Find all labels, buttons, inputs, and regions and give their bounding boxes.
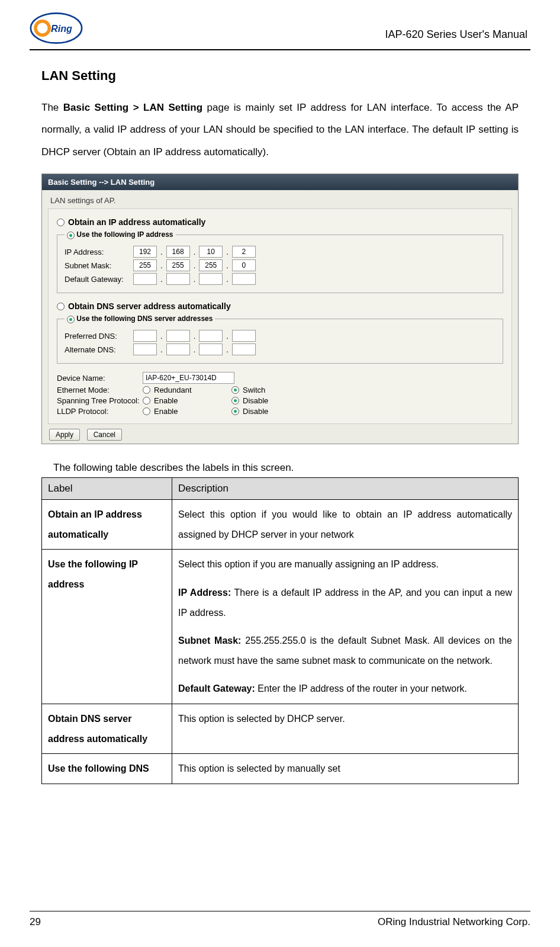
- page-footer: 29 ORing Industrial Networking Corp.: [30, 911, 530, 928]
- subnet-octet-3[interactable]: 255: [199, 259, 223, 271]
- company-name: ORing Industrial Networking Corp.: [378, 916, 530, 928]
- radio-icon: [57, 219, 65, 226]
- obtain-ip-option[interactable]: Obtain an IP address automatically: [57, 217, 503, 227]
- pref-dns-octet-2[interactable]: [166, 330, 190, 342]
- subnet-octet-4[interactable]: 0: [232, 259, 256, 271]
- stp-disable-option[interactable]: Disable: [231, 396, 320, 405]
- lan-setting-screenshot: Basic Setting --> LAN Setting LAN settin…: [41, 174, 519, 444]
- page-header: Ring IAP-620 Series User's Manual: [30, 12, 530, 50]
- obtain-dns-label: Obtain DNS server address automatically: [68, 301, 231, 311]
- stp-label: Spanning Tree Protocol:: [57, 396, 143, 405]
- section-title: LAN Setting: [41, 68, 519, 84]
- table-caption: The following table describes the labels…: [53, 462, 519, 474]
- screenshot-subtitle: LAN settings of AP.: [42, 190, 518, 208]
- oring-logo: Ring: [30, 12, 83, 44]
- subnet-label: Subnet Mask:: [65, 261, 130, 270]
- radio-icon: [231, 386, 239, 394]
- row-label: Obtain DNS server address automatically: [42, 704, 172, 753]
- use-ip-legend: Use the following IP address: [76, 230, 173, 239]
- stp-enable-option[interactable]: Enable: [143, 396, 231, 405]
- radio-icon: [231, 397, 239, 405]
- use-ip-option[interactable]: Use the following IP address: [65, 230, 176, 239]
- ip-octet-2[interactable]: 168: [166, 246, 190, 258]
- gateway-octet-4[interactable]: [232, 273, 256, 285]
- row-label: Use the following DNS: [42, 754, 172, 784]
- document-title: IAP-620 Series User's Manual: [385, 28, 527, 41]
- gateway-octet-1[interactable]: [133, 273, 157, 285]
- lldp-disable-option[interactable]: Disable: [231, 407, 320, 416]
- row-desc: This option is selected by DHCP server.: [172, 704, 519, 753]
- obtain-ip-label: Obtain an IP address automatically: [68, 217, 205, 227]
- intro-prefix: The: [41, 102, 63, 113]
- radio-icon: [67, 316, 75, 323]
- subnet-octet-1[interactable]: 255: [133, 259, 157, 271]
- table-header-row: Label Description: [42, 478, 519, 500]
- ip-address-label: IP Address:: [65, 248, 130, 256]
- gateway-octet-2[interactable]: [166, 273, 190, 285]
- intro-bold: Basic Setting > LAN Setting: [63, 102, 202, 113]
- device-name-label: Device Name:: [57, 374, 143, 383]
- svg-text:Ring: Ring: [51, 23, 72, 34]
- table-row: Obtain DNS server address automatically …: [42, 704, 519, 753]
- use-ip-fieldset: Use the following IP address IP Address:…: [57, 230, 503, 293]
- radio-icon: [143, 386, 150, 394]
- header-label: Label: [42, 478, 172, 500]
- table-row: Use the following DNS This option is sel…: [42, 754, 519, 784]
- header-description: Description: [172, 478, 519, 500]
- lldp-label: LLDP Protocol:: [57, 407, 143, 416]
- gateway-label: Default Gateway:: [65, 275, 130, 284]
- ip-octet-3[interactable]: 10: [199, 246, 223, 258]
- radio-icon: [143, 407, 150, 415]
- ip-octet-4[interactable]: 2: [232, 246, 256, 258]
- eth-redundant-option[interactable]: Redundant: [143, 386, 231, 394]
- page-number: 29: [30, 916, 41, 928]
- subnet-octet-2[interactable]: 255: [166, 259, 190, 271]
- ethernet-mode-label: Ethernet Mode:: [57, 386, 143, 394]
- row-desc: Select this option if you are manually a…: [172, 550, 519, 704]
- ip-octet-1[interactable]: 192: [133, 246, 157, 258]
- eth-switch-option[interactable]: Switch: [231, 386, 320, 394]
- pref-dns-octet-1[interactable]: [133, 330, 157, 342]
- intro-paragraph: The Basic Setting > LAN Setting page is …: [41, 97, 519, 163]
- use-dns-fieldset: Use the following DNS server addresses P…: [57, 314, 503, 364]
- radio-icon: [67, 232, 75, 239]
- svg-point-1: [36, 21, 49, 35]
- cancel-button[interactable]: Cancel: [87, 429, 122, 441]
- lldp-enable-option[interactable]: Enable: [143, 407, 231, 416]
- alt-dns-label: Alternate DNS:: [65, 345, 130, 354]
- pref-dns-octet-3[interactable]: [199, 330, 223, 342]
- pref-dns-octet-4[interactable]: [232, 330, 256, 342]
- alt-dns-octet-3[interactable]: [199, 344, 223, 355]
- row-desc: This option is selected by manually set: [172, 754, 519, 784]
- description-table: Label Description Obtain an IP address a…: [41, 477, 519, 784]
- obtain-dns-option[interactable]: Obtain DNS server address automatically: [57, 301, 503, 311]
- apply-button[interactable]: Apply: [49, 429, 80, 441]
- table-row: Obtain an IP address automatically Selec…: [42, 500, 519, 550]
- screenshot-breadcrumb: Basic Setting --> LAN Setting: [42, 174, 518, 190]
- radio-icon: [57, 303, 65, 310]
- radio-icon: [231, 407, 239, 415]
- row-label: Obtain an IP address automatically: [42, 500, 172, 550]
- device-name-input[interactable]: IAP-620+_EU-73014D: [143, 372, 234, 384]
- table-row: Use the following IP address Select this…: [42, 550, 519, 704]
- gateway-octet-3[interactable]: [199, 273, 223, 285]
- pref-dns-label: Preferred DNS:: [65, 332, 130, 341]
- alt-dns-octet-4[interactable]: [232, 344, 256, 355]
- use-dns-option[interactable]: Use the following DNS server addresses: [65, 314, 215, 323]
- alt-dns-octet-1[interactable]: [133, 344, 157, 355]
- use-dns-legend: Use the following DNS server addresses: [76, 314, 213, 323]
- radio-icon: [143, 397, 150, 405]
- row-label: Use the following IP address: [42, 550, 172, 704]
- row-desc: Select this option if you would like to …: [172, 500, 519, 550]
- alt-dns-octet-2[interactable]: [166, 344, 190, 355]
